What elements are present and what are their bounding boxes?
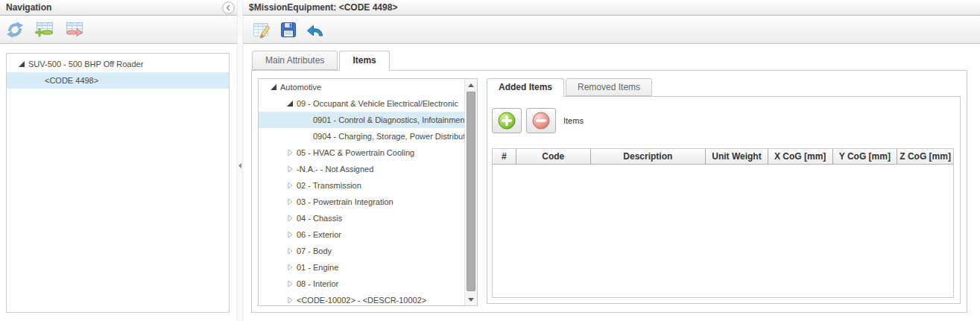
refresh-button[interactable] [4, 19, 26, 41]
collapse-arrow-icon[interactable] [284, 100, 295, 107]
items-table-header: #CodeDescriptionUnit WeightX CoG [mm]Y C… [493, 149, 953, 165]
tree-node-label: Automotive [279, 83, 321, 92]
tree-node-0901-control-diagnostics-infotainment[interactable]: 0901 - Control & Diagnostics, Infotainme… [259, 112, 464, 128]
tree-node-label: 0904 - Charging, Storage, Power Distribu… [312, 132, 476, 141]
mission-equipment-header: $MissionEquipment: <CODE 4498> [243, 0, 980, 16]
tree-node-label: 01 - Engine [295, 263, 338, 272]
tree-node-label: -N.A.- - Not Assigned [295, 165, 373, 174]
expand-arrow-icon[interactable] [284, 231, 295, 238]
column-header-unit-weight[interactable]: Unit Weight [706, 149, 768, 164]
navigation-header: Navigation [0, 0, 237, 16]
add-item-button[interactable] [492, 108, 522, 133]
add-to-table-button[interactable] [34, 19, 56, 41]
tree-node-03-powertrain-integration[interactable]: 03 - Powertrain Integration [259, 194, 464, 210]
tree-node-label: 03 - Powertrain Integration [295, 197, 393, 206]
tree-node-label: 0901 - Control & Diagnostics, Infotainme… [312, 115, 467, 124]
column-header-z-cog-mm[interactable]: Z CoG [mm] [897, 149, 953, 164]
tree-node-label: SUV-500 - 500 BHP Off Roader [27, 60, 143, 69]
navigation-toolbar [0, 16, 237, 44]
table-add-icon [35, 20, 54, 39]
plus-circle-icon [497, 111, 516, 130]
tree-node-label: 09 - Occupant & Vehicle Electrical/Elect… [295, 99, 458, 108]
table-remove-icon [65, 20, 84, 39]
tree-node-09-occupant-vehicle-electrical-electronic[interactable]: 09 - Occupant & Vehicle Electrical/Elect… [259, 95, 464, 112]
tree-node-code-4498[interactable]: <CODE 4498> [7, 72, 229, 89]
tab-added-items[interactable]: Added Items [487, 78, 564, 97]
mission-equipment-panel: $MissionEquipment: <CODE 4498> [243, 0, 980, 321]
save-icon [279, 20, 298, 39]
remove-item-button[interactable] [526, 108, 556, 133]
tree-node-n-a-not-assigned[interactable]: -N.A.- - Not Assigned [259, 161, 464, 177]
expand-arrow-icon[interactable] [284, 214, 295, 222]
mission-equipment-title: $MissionEquipment: <CODE 4498> [243, 2, 397, 13]
expand-arrow-icon[interactable] [284, 296, 295, 304]
save-button[interactable] [277, 19, 300, 41]
expand-arrow-icon[interactable] [284, 264, 295, 271]
expand-arrow-icon[interactable] [284, 149, 295, 156]
expand-arrow-icon[interactable] [284, 182, 295, 189]
collapse-arrow-icon[interactable] [16, 60, 27, 68]
tree-node-suv-500-500-bhp-off-roader[interactable]: SUV-500 - 500 BHP Off Roader [7, 56, 229, 72]
column-header-[interactable]: # [493, 149, 516, 164]
tree-node-label: <CODE 4498> [43, 76, 98, 85]
tree-node-label: 08 - Interior [295, 279, 338, 288]
table-edit-icon [252, 20, 271, 39]
tree-node-label: 05 - HVAC & Powertrain Cooling [295, 148, 414, 157]
scroll-down-icon[interactable] [465, 293, 477, 305]
undo-icon [306, 20, 325, 39]
tree-node-06-exterior[interactable]: 06 - Exterior [259, 226, 464, 243]
scrollbar-thumb[interactable] [467, 92, 475, 291]
category-tree-box: Automotive09 - Occupant & Vehicle Electr… [258, 78, 478, 306]
navigation-title: Navigation [0, 2, 51, 13]
items-panel: Added Items Removed Items [487, 78, 961, 304]
items-buttons-label: Items [563, 116, 584, 125]
tab-main-attributes[interactable]: Main Attributes [252, 51, 338, 70]
mission-equipment-toolbar [243, 16, 980, 44]
column-header-description[interactable]: Description [591, 149, 706, 164]
category-tree-scrollbar[interactable] [464, 79, 477, 305]
items-table: #CodeDescriptionUnit WeightX CoG [mm]Y C… [492, 148, 954, 298]
column-header-code[interactable]: Code [516, 149, 591, 164]
tree-node-0904-charging-storage-power-distribution[interactable]: 0904 - Charging, Storage, Power Distribu… [259, 128, 464, 144]
navigation-panel: Navigation [0, 0, 237, 321]
category-tree: Automotive09 - Occupant & Vehicle Electr… [259, 79, 464, 305]
collapse-handle-icon[interactable] [238, 156, 242, 174]
tree-node-01-engine[interactable]: 01 - Engine [259, 259, 464, 276]
items-table-body [493, 165, 953, 297]
tab-removed-items[interactable]: Removed Items [566, 78, 652, 96]
tree-node-label: 02 - Transmission [295, 181, 361, 190]
remove-from-table-button[interactable] [63, 19, 86, 41]
chevron-left-circle-icon[interactable] [222, 1, 235, 14]
tree-node-label: 04 - Chassis [295, 214, 342, 223]
undo-button[interactable] [304, 19, 326, 41]
expand-arrow-icon[interactable] [284, 247, 295, 255]
column-header-x-cog-mm[interactable]: X CoG [mm] [768, 149, 833, 164]
tree-node-08-interior[interactable]: 08 - Interior [259, 276, 464, 292]
tree-node-02-transmission[interactable]: 02 - Transmission [259, 177, 464, 194]
panel-divider[interactable] [237, 0, 243, 321]
items-tabs: Added Items Removed Items [487, 78, 654, 97]
tree-node-automotive[interactable]: Automotive [259, 79, 464, 95]
editor-tabs: Main Attributes Items [252, 51, 391, 71]
added-items-content: Items #CodeDescriptionUnit WeightX CoG [… [487, 96, 961, 304]
minus-circle-icon [531, 111, 551, 130]
collapse-arrow-icon[interactable] [268, 83, 279, 91]
expand-arrow-icon[interactable] [284, 165, 295, 173]
navigation-tree: SUV-500 - 500 BHP Off Roader<CODE 4498> [6, 53, 230, 313]
tree-node-label: <CODE-10002> - <DESCR-10002> [295, 296, 426, 305]
tree-node-05-hvac-powertrain-cooling[interactable]: 05 - HVAC & Powertrain Cooling [259, 144, 464, 161]
refresh-icon [5, 20, 25, 39]
tree-node-07-body[interactable]: 07 - Body [259, 243, 464, 259]
expand-arrow-icon[interactable] [284, 280, 295, 287]
edit-button[interactable] [250, 19, 273, 41]
column-header-y-cog-mm[interactable]: Y CoG [mm] [833, 149, 898, 164]
tab-items[interactable]: Items [339, 51, 389, 71]
scroll-up-icon[interactable] [465, 79, 477, 91]
tree-node-label: 06 - Exterior [295, 230, 341, 239]
expand-arrow-icon[interactable] [284, 198, 295, 206]
tree-node-04-chassis[interactable]: 04 - Chassis [259, 210, 464, 226]
tree-node-label: 07 - Body [295, 247, 332, 255]
tree-node-code-10002-descr-10002[interactable]: <CODE-10002> - <DESCR-10002> [259, 292, 464, 306]
items-tab-content: Automotive09 - Occupant & Vehicle Electr… [251, 70, 967, 313]
